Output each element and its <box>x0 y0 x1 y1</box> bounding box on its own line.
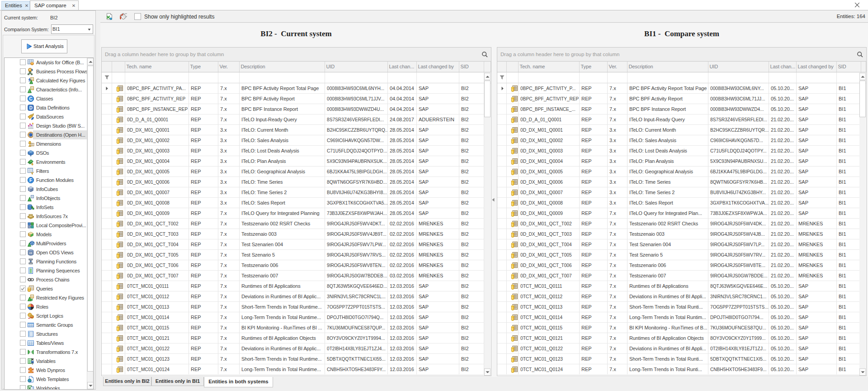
svg-text:D: D <box>29 105 33 110</box>
svg-text:F: F <box>29 178 32 183</box>
svg-text:C: C <box>29 96 33 101</box>
